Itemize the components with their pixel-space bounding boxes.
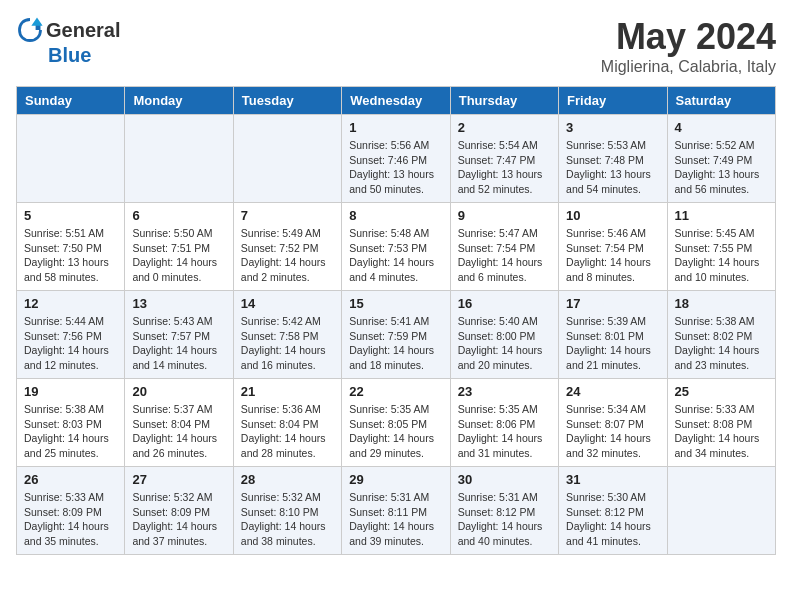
calendar-cell: 20Sunrise: 5:37 AM Sunset: 8:04 PM Dayli… <box>125 379 233 467</box>
calendar-cell: 29Sunrise: 5:31 AM Sunset: 8:11 PM Dayli… <box>342 467 450 555</box>
day-info: Sunrise: 5:32 AM Sunset: 8:09 PM Dayligh… <box>132 490 225 549</box>
day-info: Sunrise: 5:31 AM Sunset: 8:11 PM Dayligh… <box>349 490 442 549</box>
day-info: Sunrise: 5:33 AM Sunset: 8:09 PM Dayligh… <box>24 490 117 549</box>
day-number: 12 <box>24 296 117 311</box>
calendar-cell: 9Sunrise: 5:47 AM Sunset: 7:54 PM Daylig… <box>450 203 558 291</box>
calendar-cell: 2Sunrise: 5:54 AM Sunset: 7:47 PM Daylig… <box>450 115 558 203</box>
day-number: 21 <box>241 384 334 399</box>
day-info: Sunrise: 5:36 AM Sunset: 8:04 PM Dayligh… <box>241 402 334 461</box>
day-info: Sunrise: 5:31 AM Sunset: 8:12 PM Dayligh… <box>458 490 551 549</box>
day-info: Sunrise: 5:35 AM Sunset: 8:05 PM Dayligh… <box>349 402 442 461</box>
calendar-cell: 16Sunrise: 5:40 AM Sunset: 8:00 PM Dayli… <box>450 291 558 379</box>
day-number: 24 <box>566 384 659 399</box>
day-number: 29 <box>349 472 442 487</box>
day-number: 19 <box>24 384 117 399</box>
header-friday: Friday <box>559 87 667 115</box>
title-block: May 2024 Miglierina, Calabria, Italy <box>601 16 776 76</box>
calendar-cell <box>125 115 233 203</box>
day-info: Sunrise: 5:56 AM Sunset: 7:46 PM Dayligh… <box>349 138 442 197</box>
day-info: Sunrise: 5:44 AM Sunset: 7:56 PM Dayligh… <box>24 314 117 373</box>
calendar-cell: 11Sunrise: 5:45 AM Sunset: 7:55 PM Dayli… <box>667 203 775 291</box>
day-number: 31 <box>566 472 659 487</box>
calendar-cell: 6Sunrise: 5:50 AM Sunset: 7:51 PM Daylig… <box>125 203 233 291</box>
calendar-cell: 18Sunrise: 5:38 AM Sunset: 8:02 PM Dayli… <box>667 291 775 379</box>
day-info: Sunrise: 5:50 AM Sunset: 7:51 PM Dayligh… <box>132 226 225 285</box>
logo-general-text: General <box>46 19 120 42</box>
header-monday: Monday <box>125 87 233 115</box>
day-info: Sunrise: 5:34 AM Sunset: 8:07 PM Dayligh… <box>566 402 659 461</box>
calendar-week-5: 26Sunrise: 5:33 AM Sunset: 8:09 PM Dayli… <box>17 467 776 555</box>
day-number: 30 <box>458 472 551 487</box>
day-info: Sunrise: 5:53 AM Sunset: 7:48 PM Dayligh… <box>566 138 659 197</box>
calendar-cell: 15Sunrise: 5:41 AM Sunset: 7:59 PM Dayli… <box>342 291 450 379</box>
day-info: Sunrise: 5:52 AM Sunset: 7:49 PM Dayligh… <box>675 138 768 197</box>
calendar-week-3: 12Sunrise: 5:44 AM Sunset: 7:56 PM Dayli… <box>17 291 776 379</box>
day-info: Sunrise: 5:39 AM Sunset: 8:01 PM Dayligh… <box>566 314 659 373</box>
day-number: 6 <box>132 208 225 223</box>
day-info: Sunrise: 5:30 AM Sunset: 8:12 PM Dayligh… <box>566 490 659 549</box>
calendar-cell: 12Sunrise: 5:44 AM Sunset: 7:56 PM Dayli… <box>17 291 125 379</box>
day-number: 25 <box>675 384 768 399</box>
logo-blue-text: Blue <box>48 44 91 67</box>
day-info: Sunrise: 5:48 AM Sunset: 7:53 PM Dayligh… <box>349 226 442 285</box>
calendar-cell: 22Sunrise: 5:35 AM Sunset: 8:05 PM Dayli… <box>342 379 450 467</box>
day-info: Sunrise: 5:47 AM Sunset: 7:54 PM Dayligh… <box>458 226 551 285</box>
calendar-week-2: 5Sunrise: 5:51 AM Sunset: 7:50 PM Daylig… <box>17 203 776 291</box>
calendar-cell: 31Sunrise: 5:30 AM Sunset: 8:12 PM Dayli… <box>559 467 667 555</box>
day-number: 22 <box>349 384 442 399</box>
calendar-cell: 19Sunrise: 5:38 AM Sunset: 8:03 PM Dayli… <box>17 379 125 467</box>
day-number: 8 <box>349 208 442 223</box>
day-info: Sunrise: 5:37 AM Sunset: 8:04 PM Dayligh… <box>132 402 225 461</box>
header-thursday: Thursday <box>450 87 558 115</box>
calendar-cell <box>233 115 341 203</box>
day-info: Sunrise: 5:51 AM Sunset: 7:50 PM Dayligh… <box>24 226 117 285</box>
day-info: Sunrise: 5:42 AM Sunset: 7:58 PM Dayligh… <box>241 314 334 373</box>
day-info: Sunrise: 5:32 AM Sunset: 8:10 PM Dayligh… <box>241 490 334 549</box>
day-info: Sunrise: 5:54 AM Sunset: 7:47 PM Dayligh… <box>458 138 551 197</box>
page-header: General Blue May 2024 Miglierina, Calabr… <box>16 16 776 76</box>
calendar-cell: 14Sunrise: 5:42 AM Sunset: 7:58 PM Dayli… <box>233 291 341 379</box>
header-tuesday: Tuesday <box>233 87 341 115</box>
day-number: 4 <box>675 120 768 135</box>
day-number: 10 <box>566 208 659 223</box>
calendar-cell: 26Sunrise: 5:33 AM Sunset: 8:09 PM Dayli… <box>17 467 125 555</box>
day-number: 17 <box>566 296 659 311</box>
day-info: Sunrise: 5:45 AM Sunset: 7:55 PM Dayligh… <box>675 226 768 285</box>
day-info: Sunrise: 5:46 AM Sunset: 7:54 PM Dayligh… <box>566 226 659 285</box>
day-info: Sunrise: 5:38 AM Sunset: 8:03 PM Dayligh… <box>24 402 117 461</box>
calendar-week-4: 19Sunrise: 5:38 AM Sunset: 8:03 PM Dayli… <box>17 379 776 467</box>
calendar-cell: 21Sunrise: 5:36 AM Sunset: 8:04 PM Dayli… <box>233 379 341 467</box>
calendar-cell: 24Sunrise: 5:34 AM Sunset: 8:07 PM Dayli… <box>559 379 667 467</box>
calendar-cell <box>667 467 775 555</box>
day-number: 18 <box>675 296 768 311</box>
generalblue-icon <box>16 16 44 44</box>
header-wednesday: Wednesday <box>342 87 450 115</box>
svg-marker-0 <box>31 17 42 25</box>
day-number: 2 <box>458 120 551 135</box>
day-info: Sunrise: 5:33 AM Sunset: 8:08 PM Dayligh… <box>675 402 768 461</box>
day-number: 13 <box>132 296 225 311</box>
calendar-cell: 13Sunrise: 5:43 AM Sunset: 7:57 PM Dayli… <box>125 291 233 379</box>
header-sunday: Sunday <box>17 87 125 115</box>
month-title: May 2024 <box>601 16 776 58</box>
day-info: Sunrise: 5:35 AM Sunset: 8:06 PM Dayligh… <box>458 402 551 461</box>
day-number: 20 <box>132 384 225 399</box>
calendar-cell: 28Sunrise: 5:32 AM Sunset: 8:10 PM Dayli… <box>233 467 341 555</box>
day-number: 7 <box>241 208 334 223</box>
day-number: 11 <box>675 208 768 223</box>
day-number: 14 <box>241 296 334 311</box>
calendar-cell <box>17 115 125 203</box>
day-number: 5 <box>24 208 117 223</box>
calendar-cell: 4Sunrise: 5:52 AM Sunset: 7:49 PM Daylig… <box>667 115 775 203</box>
calendar-table: SundayMondayTuesdayWednesdayThursdayFrid… <box>16 86 776 555</box>
calendar-cell: 1Sunrise: 5:56 AM Sunset: 7:46 PM Daylig… <box>342 115 450 203</box>
calendar-cell: 3Sunrise: 5:53 AM Sunset: 7:48 PM Daylig… <box>559 115 667 203</box>
calendar-cell: 23Sunrise: 5:35 AM Sunset: 8:06 PM Dayli… <box>450 379 558 467</box>
location-text: Miglierina, Calabria, Italy <box>601 58 776 76</box>
calendar-week-1: 1Sunrise: 5:56 AM Sunset: 7:46 PM Daylig… <box>17 115 776 203</box>
calendar-cell: 25Sunrise: 5:33 AM Sunset: 8:08 PM Dayli… <box>667 379 775 467</box>
day-number: 28 <box>241 472 334 487</box>
calendar-cell: 7Sunrise: 5:49 AM Sunset: 7:52 PM Daylig… <box>233 203 341 291</box>
calendar-cell: 27Sunrise: 5:32 AM Sunset: 8:09 PM Dayli… <box>125 467 233 555</box>
calendar-cell: 10Sunrise: 5:46 AM Sunset: 7:54 PM Dayli… <box>559 203 667 291</box>
